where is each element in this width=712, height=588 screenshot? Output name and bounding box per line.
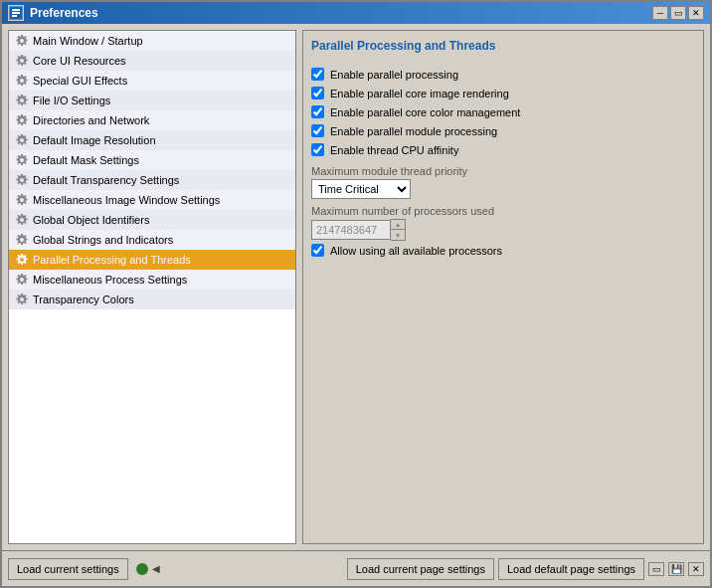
enable-thread-cpu-affinity-checkbox[interactable] xyxy=(311,143,324,156)
sidebar-item-global-object-identifiers[interactable]: Global Object Identifiers xyxy=(9,210,295,230)
sidebar-item-label: Global Object Identifiers xyxy=(33,214,149,226)
sidebar-item-parallel-processing-threads[interactable]: Parallel Processing and Threads xyxy=(9,250,295,270)
thread-priority-select[interactable]: Time CriticalHighestAbove NormalNormalBe… xyxy=(311,179,411,199)
sidebar-item-special-gui-effects[interactable]: Special GUI Effects xyxy=(9,71,295,91)
allow-all-processors-row: Allow using all available processors xyxy=(311,241,695,260)
gear-icon xyxy=(15,253,29,267)
enable-parallel-processing-row: Enable parallel processing xyxy=(311,65,695,84)
wc-save-icon[interactable]: 💾 xyxy=(668,562,684,576)
sidebar: Main Window / StartupCore UI ResourcesSp… xyxy=(8,30,296,544)
sidebar-item-core-ui-resources[interactable]: Core UI Resources xyxy=(9,51,295,71)
window-title: Preferences xyxy=(30,6,98,20)
sidebar-item-transparency-colors[interactable]: Transparency Colors xyxy=(9,290,295,309)
gear-icon xyxy=(15,193,29,207)
allow-all-processors-checkbox[interactable] xyxy=(311,244,324,257)
gear-icon xyxy=(15,293,29,306)
sidebar-item-main-window-startup[interactable]: Main Window / Startup xyxy=(9,31,295,51)
sidebar-item-label: Global Strings and Indicators xyxy=(33,234,173,246)
bottom-left: Load current settings ◀ xyxy=(8,558,160,580)
status-icons: ◀ xyxy=(136,563,160,575)
enable-thread-cpu-affinity-row: Enable thread CPU affinity xyxy=(311,140,695,159)
content-area: Main Window / StartupCore UI ResourcesSp… xyxy=(2,24,710,550)
svg-rect-3 xyxy=(12,15,17,17)
gear-icon xyxy=(15,74,29,88)
gear-icon xyxy=(15,273,29,287)
gear-icon xyxy=(15,233,29,247)
panel-title: Parallel Processing and Threads xyxy=(311,39,695,57)
sidebar-item-label: Miscellaneous Image Window Settings xyxy=(33,194,220,206)
allow-all-processors-label: Allow using all available processors xyxy=(330,245,502,257)
load-default-page-settings-button[interactable]: Load default page settings xyxy=(498,558,644,580)
checkboxes-container: Enable parallel processingEnable paralle… xyxy=(311,65,695,159)
minimize-button[interactable]: ─ xyxy=(652,6,668,20)
gear-icon xyxy=(15,133,29,147)
spinner-buttons: ▲ ▼ xyxy=(391,219,406,241)
title-bar-buttons: ─ ▭ ✕ xyxy=(652,6,704,20)
sidebar-item-miscellaneous-process-settings[interactable]: Miscellaneous Process Settings xyxy=(9,270,295,290)
enable-parallel-core-image-row: Enable parallel core image rendering xyxy=(311,84,695,102)
sidebar-item-label: File I/O Settings xyxy=(33,95,110,106)
sidebar-item-default-image-resolution[interactable]: Default Image Resolution xyxy=(9,130,295,150)
title-bar-left: Preferences xyxy=(8,5,98,21)
sidebar-item-label: Core UI Resources xyxy=(33,55,126,67)
title-bar: Preferences ─ ▭ ✕ xyxy=(2,2,710,24)
max-processors-input[interactable] xyxy=(311,220,391,240)
max-processors-label: Maximum number of processors used xyxy=(311,205,695,217)
gear-icon xyxy=(15,213,29,227)
gear-icon xyxy=(15,94,29,107)
enable-parallel-core-image-label: Enable parallel core image rendering xyxy=(330,88,509,99)
sidebar-item-label: Default Mask Settings xyxy=(33,154,139,166)
enable-parallel-module-label: Enable parallel module processing xyxy=(330,125,497,137)
sidebar-item-label: Default Image Resolution xyxy=(33,134,156,146)
enable-parallel-core-color-checkbox[interactable] xyxy=(311,105,324,118)
window-controls: ▭ 💾 ✕ xyxy=(648,562,704,576)
gear-icon xyxy=(15,173,29,187)
sidebar-item-label: Parallel Processing and Threads xyxy=(33,254,191,266)
bottom-bar: Load current settings ◀ Load current pag… xyxy=(2,550,710,586)
thread-priority-label: Maximum module thread priority xyxy=(311,165,695,177)
status-circle-icon xyxy=(136,563,148,575)
sidebar-item-default-mask-settings[interactable]: Default Mask Settings xyxy=(9,150,295,170)
sidebar-item-label: Directories and Network xyxy=(33,114,149,126)
enable-parallel-module-row: Enable parallel module processing xyxy=(311,121,695,140)
thread-priority-dropdown-container: Time CriticalHighestAbove NormalNormalBe… xyxy=(311,179,695,199)
gear-icon xyxy=(15,54,29,68)
sidebar-item-label: Special GUI Effects xyxy=(33,75,127,87)
svg-rect-1 xyxy=(12,9,20,11)
svg-rect-2 xyxy=(12,12,20,14)
restore-button[interactable]: ▭ xyxy=(670,6,686,20)
gear-icon xyxy=(15,113,29,127)
enable-parallel-processing-checkbox[interactable] xyxy=(311,68,324,81)
enable-thread-cpu-affinity-label: Enable thread CPU affinity xyxy=(330,144,458,156)
close-button[interactable]: ✕ xyxy=(688,6,704,20)
max-processors-spinner: ▲ ▼ xyxy=(311,219,695,241)
main-panel: Parallel Processing and Threads Enable p… xyxy=(302,30,704,544)
enable-parallel-core-color-row: Enable parallel core color management xyxy=(311,102,695,121)
enable-parallel-core-color-label: Enable parallel core color management xyxy=(330,106,520,118)
app-icon xyxy=(8,5,24,21)
gear-icon xyxy=(15,153,29,167)
sidebar-item-label: Miscellaneous Process Settings xyxy=(33,274,187,286)
sidebar-item-file-io-settings[interactable]: File I/O Settings xyxy=(9,91,295,110)
spinner-down-button[interactable]: ▼ xyxy=(391,230,405,240)
load-current-settings-button[interactable]: Load current settings xyxy=(8,558,128,580)
wc-restore-icon[interactable]: ▭ xyxy=(648,562,664,576)
sidebar-item-default-transparency-settings[interactable]: Default Transparency Settings xyxy=(9,170,295,190)
status-arrow-icon: ◀ xyxy=(152,563,160,574)
sidebar-item-label: Transparency Colors xyxy=(33,294,134,305)
gear-icon xyxy=(15,34,29,48)
load-current-page-settings-button[interactable]: Load current page settings xyxy=(347,558,494,580)
wc-close-icon[interactable]: ✕ xyxy=(688,562,704,576)
enable-parallel-module-checkbox[interactable] xyxy=(311,124,324,137)
spinner-up-button[interactable]: ▲ xyxy=(391,220,405,230)
enable-parallel-core-image-checkbox[interactable] xyxy=(311,87,324,99)
enable-parallel-processing-label: Enable parallel processing xyxy=(330,69,458,81)
bottom-right: Load current page settings Load default … xyxy=(347,558,704,580)
sidebar-item-label: Default Transparency Settings xyxy=(33,174,179,186)
sidebar-item-label: Main Window / Startup xyxy=(33,35,143,47)
sidebar-item-global-strings-indicators[interactable]: Global Strings and Indicators xyxy=(9,230,295,250)
sidebar-item-directories-network[interactable]: Directories and Network xyxy=(9,110,295,130)
preferences-window: Preferences ─ ▭ ✕ Main Window / StartupC… xyxy=(0,0,712,588)
sidebar-item-miscellaneous-image-window[interactable]: Miscellaneous Image Window Settings xyxy=(9,190,295,210)
